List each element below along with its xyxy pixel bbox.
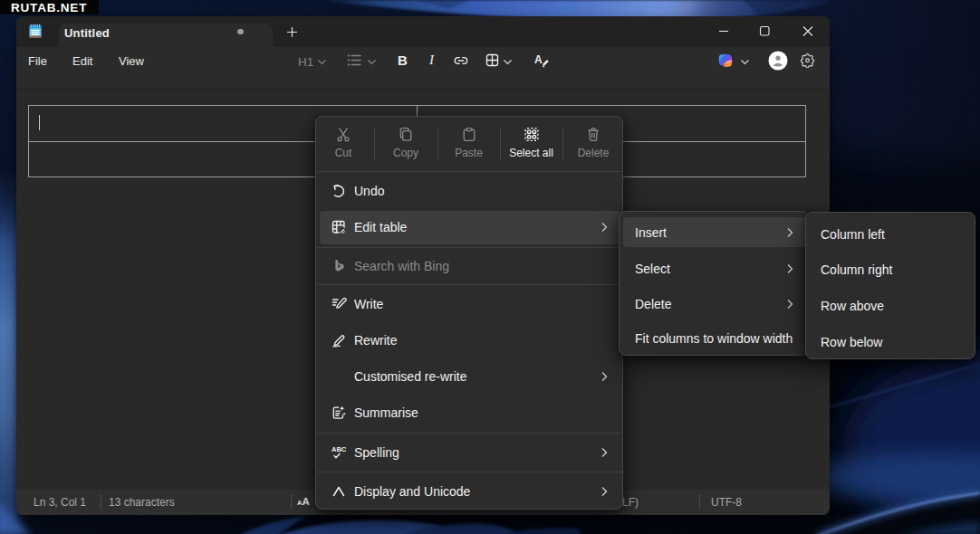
svg-text:A: A — [534, 53, 543, 66]
svg-text:ABC: ABC — [331, 445, 347, 453]
